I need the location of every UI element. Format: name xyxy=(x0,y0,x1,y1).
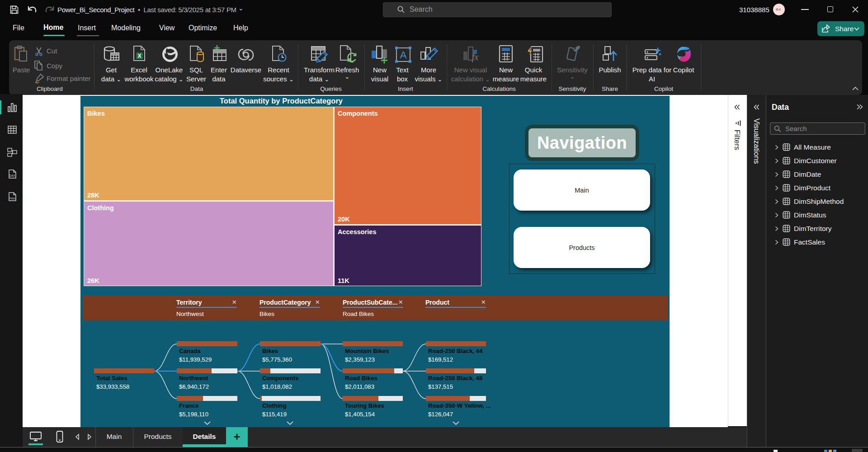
svg-text:fx: fx xyxy=(472,52,479,62)
svg-text:A: A xyxy=(400,49,407,61)
svg-text:TMDL: TMDL xyxy=(9,197,16,200)
svg-text:X: X xyxy=(137,53,141,59)
svg-text:DAX: DAX xyxy=(9,174,15,177)
